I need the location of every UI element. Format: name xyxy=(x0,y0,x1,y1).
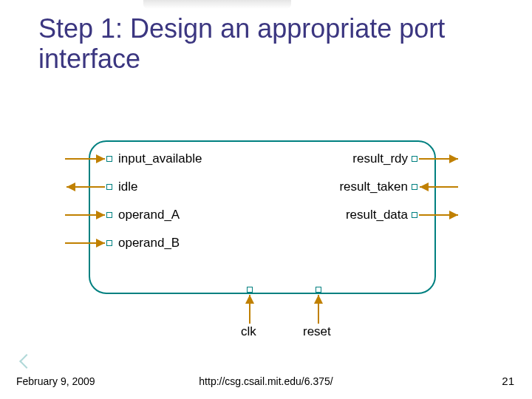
label-idle: idle xyxy=(118,180,137,194)
slide-top-shadow xyxy=(143,0,291,9)
footer-page-number: 21 xyxy=(502,375,514,387)
slide: Step 1: Design an appropriate port inter… xyxy=(0,0,532,399)
slide-corner-decoration xyxy=(19,354,34,369)
label-input-available: input_available xyxy=(118,151,202,166)
pin-operand-a xyxy=(106,212,112,218)
slide-title: Step 1: Design an appropriate port inter… xyxy=(38,13,497,75)
label-operand-a: operand_A xyxy=(118,208,180,222)
pin-reset xyxy=(316,287,321,293)
pin-result-data xyxy=(412,212,417,218)
pin-idle xyxy=(106,184,112,190)
pin-result-taken xyxy=(412,184,417,190)
pin-clk xyxy=(247,287,253,293)
pin-input-available xyxy=(106,156,112,162)
label-clk: clk xyxy=(241,324,256,339)
pin-operand-b xyxy=(106,240,112,246)
label-reset: reset xyxy=(303,324,331,339)
footer-url: http://csg.csail.mit.edu/6.375/ xyxy=(199,375,332,387)
label-result-data: result_data xyxy=(346,208,408,222)
footer-date: February 9, 2009 xyxy=(16,375,95,387)
label-operand-b: operand_B xyxy=(118,236,180,250)
pin-result-rdy xyxy=(412,156,417,162)
label-result-rdy: result_rdy xyxy=(352,151,408,166)
label-result-taken: result_taken xyxy=(339,180,408,194)
